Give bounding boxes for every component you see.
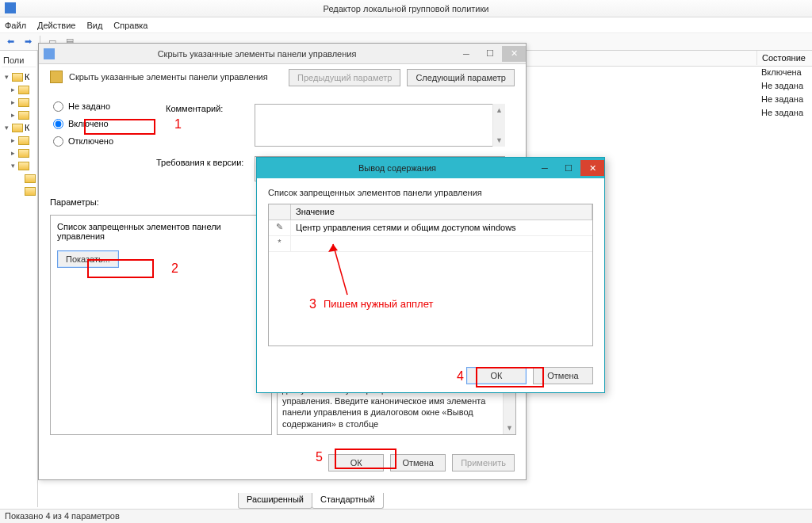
policy-heading: Скрыть указанные элементы панели управле… [69, 72, 268, 82]
value-grid[interactable]: Значение ✎ Центр управления сетями и общ… [268, 204, 593, 346]
tree-pane[interactable]: Поли ▾К ▸ ▸ ▸ ▾К ▸ ▸ ▾ [0, 51, 38, 507]
prev-setting-button[interactable]: Предыдущий параметр [289, 69, 400, 86]
view-tabs: Расширенный Стандартный [238, 493, 383, 509]
ok-button[interactable]: ОК [466, 367, 527, 384]
close-button[interactable]: ✕ [580, 160, 604, 176]
ok-button[interactable]: ОК [328, 454, 384, 471]
comment-textarea[interactable] [255, 104, 505, 147]
row-indicator-icon: ✎ [269, 220, 291, 235]
tree-node[interactable]: ▸ [10, 83, 36, 96]
next-setting-button[interactable]: Следующий параметр [407, 69, 515, 86]
value-cell-empty[interactable] [291, 236, 592, 251]
policy-icon [50, 71, 63, 83]
statusbar: Показано 4 из 4 параметров [0, 509, 812, 523]
tree-node[interactable]: ▸ [10, 109, 36, 121]
requirements-label: Требования к версии: [156, 158, 243, 167]
menu-help[interactable]: Справка [113, 21, 147, 30]
params-label: Параметры: [50, 197, 99, 207]
back-button[interactable]: ⬅ [3, 35, 17, 49]
new-row-icon: * [269, 236, 291, 251]
app-icon [5, 2, 16, 13]
cancel-button[interactable]: Отмена [533, 367, 593, 384]
tree-node[interactable]: ▸ [10, 96, 36, 109]
menubar: Файл Действие Вид Справка [0, 17, 812, 33]
radio-label: Включено [68, 119, 109, 128]
params-box-title: Список запрещенных элементов панели упра… [57, 222, 265, 241]
radio-label: Не задано [68, 101, 110, 111]
grid-row[interactable]: ✎ Центр управления сетями и общим доступ… [269, 220, 592, 236]
tree-node[interactable]: ▸ [10, 147, 36, 159]
tree-node[interactable]: ▾К [3, 121, 36, 134]
minimize-button[interactable]: ─ [454, 46, 478, 62]
state-cell[interactable]: Не задана [756, 80, 812, 94]
comment-label: Комментарий: [166, 104, 223, 113]
minimize-button[interactable]: ─ [533, 160, 557, 176]
maximize-button[interactable]: ☐ [557, 160, 580, 176]
state-cell[interactable]: Включена [756, 67, 812, 80]
show-button[interactable]: Показать... [57, 250, 119, 268]
show-label: Список запрещенных элементов панели упра… [268, 188, 593, 197]
params-box: Список запрещенных элементов панели упра… [50, 215, 272, 435]
tree-node[interactable]: ▾ [10, 159, 36, 172]
list-rows: Включена Не задана Не задана Не задана [756, 67, 812, 120]
policy-title: Скрыть указанные элементы панели управле… [59, 49, 454, 59]
col-value-header[interactable]: Значение [291, 204, 592, 220]
show-title: Вывод содержания [262, 163, 533, 173]
maximize-button[interactable]: ☐ [478, 46, 502, 62]
tree-node[interactable] [16, 172, 36, 185]
radio-label: Отключено [68, 136, 113, 146]
dialog-icon [44, 48, 55, 59]
main-title: Редактор локальной групповой политики [324, 4, 489, 13]
close-button[interactable]: ✕ [502, 46, 526, 62]
cancel-button[interactable]: Отмена [390, 454, 446, 471]
tab-extended[interactable]: Расширенный [238, 493, 312, 509]
menu-file[interactable]: Файл [5, 21, 26, 30]
tree-header: Поли [2, 54, 36, 67]
forward-button[interactable]: ➡ [21, 35, 35, 49]
show-titlebar: Вывод содержания ─ ☐ ✕ [257, 158, 604, 178]
menu-view[interactable]: Вид [86, 21, 102, 30]
show-contents-dialog: Вывод содержания ─ ☐ ✕ Список запрещенны… [256, 157, 605, 393]
policy-titlebar: Скрыть указанные элементы панели управле… [39, 44, 526, 64]
apply-button[interactable]: Применить [452, 454, 515, 471]
main-titlebar: Редактор локальной групповой политики [0, 0, 812, 17]
tab-standard[interactable]: Стандартный [312, 493, 384, 509]
menu-action[interactable]: Действие [37, 21, 75, 30]
grid-row-new[interactable]: * [269, 236, 592, 252]
scrollbar[interactable]: ▲▼ [492, 104, 505, 147]
col-state-header[interactable]: Состояние [756, 51, 812, 65]
tree-node[interactable]: ▸ [10, 134, 36, 147]
value-cell[interactable]: Центр управления сетями и общим доступом… [291, 220, 592, 235]
state-cell[interactable]: Не задана [756, 94, 812, 107]
tree-node[interactable] [16, 185, 36, 197]
state-cell[interactable]: Не задана [756, 107, 812, 120]
grid-header: Значение [269, 204, 592, 220]
tree-node[interactable]: ▾К [3, 71, 36, 83]
